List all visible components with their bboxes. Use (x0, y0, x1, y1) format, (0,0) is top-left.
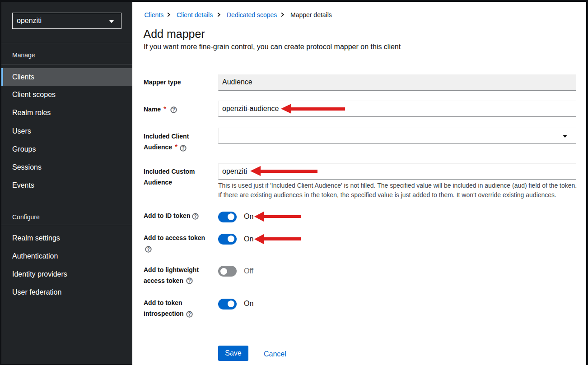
svg-text:?: ? (182, 146, 184, 151)
svg-text:?: ? (188, 312, 191, 317)
svg-text:?: ? (172, 107, 175, 112)
svg-text:?: ? (188, 278, 191, 283)
svg-text:?: ? (194, 214, 197, 219)
svg-text:?: ? (147, 247, 149, 252)
